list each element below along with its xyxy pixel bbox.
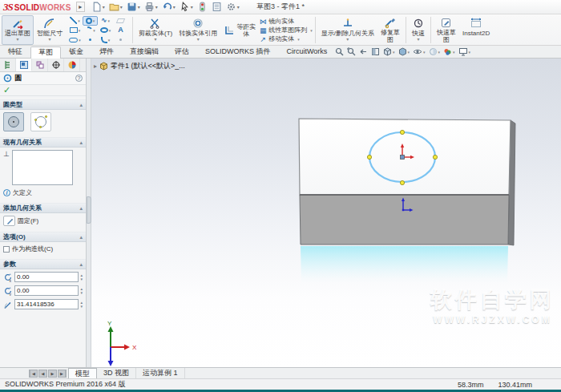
tab-circuitworks[interactable]: CircuitWorks xyxy=(279,46,336,58)
last-tab-button[interactable]: ▶ xyxy=(58,370,67,378)
view-orientation-button[interactable]: ▾ xyxy=(383,47,395,56)
fix-relation-button[interactable]: 固定(F) xyxy=(3,216,83,226)
relations-listbox[interactable] xyxy=(12,150,73,185)
center-circle-button[interactable] xyxy=(3,112,24,131)
offset-entities-button[interactable]: 等距实体 xyxy=(220,15,259,45)
propertymanager-tab[interactable] xyxy=(16,59,32,71)
convert-entities-button[interactable]: 转换实体引用 ▾ xyxy=(176,15,220,45)
rectangle-tool[interactable]: ▾ xyxy=(67,26,83,35)
tab-direct-editing[interactable]: 直接编辑 xyxy=(122,46,167,58)
plane-tool[interactable] xyxy=(113,16,128,26)
spline-icon: ∿ xyxy=(101,17,107,24)
instant2d-button[interactable]: Instant2D xyxy=(459,15,493,45)
center-x-spinner[interactable]: ▴▾ xyxy=(80,273,83,281)
document-tab-bar: ◀ ◀ ▶ ▶ 模型 3D 视图 运动算例 1 xyxy=(0,367,561,378)
line-icon xyxy=(70,17,77,24)
print-button[interactable]: ▾ xyxy=(143,1,159,14)
center-x-input[interactable] xyxy=(14,272,79,282)
ok-button[interactable]: ✓ xyxy=(3,86,10,95)
configuration-manager-tab[interactable] xyxy=(32,59,48,71)
options-button[interactable]: ▾ xyxy=(224,1,241,14)
more-sketch-tool[interactable] xyxy=(113,35,128,45)
open-document-button[interactable]: ▾ xyxy=(107,1,124,14)
collapse-chevron-icon: ▴ xyxy=(79,102,83,108)
ellipse-icon xyxy=(100,27,108,33)
tab-weldments[interactable]: 焊件 xyxy=(91,46,122,58)
quick-snaps-button[interactable]: 快速 ▾ xyxy=(409,15,428,45)
svg-text:x: x xyxy=(10,277,12,282)
fillet-tool[interactable]: ▾ xyxy=(98,35,113,45)
center-y-input[interactable] xyxy=(14,285,79,296)
hide-show-items-button[interactable]: ▾ xyxy=(413,47,426,56)
prev-tab-button[interactable]: ◀ xyxy=(38,370,47,378)
section-parameters[interactable]: 参数 ▴ xyxy=(0,259,86,269)
text-tool[interactable]: A xyxy=(113,26,128,35)
flyout-feature-tree[interactable]: ▸ 零件1 (默认<<默认>_... xyxy=(94,61,185,71)
point-tool[interactable] xyxy=(83,35,98,45)
circle-tool[interactable]: ▾ xyxy=(83,16,98,26)
box-front-face[interactable] xyxy=(300,195,509,244)
first-tab-button[interactable]: ◀ xyxy=(29,370,38,378)
help-icon[interactable]: ? xyxy=(75,75,83,82)
menu-flyout-arrow[interactable]: ▸ xyxy=(76,2,85,12)
file-properties-button[interactable] xyxy=(210,1,224,14)
spline-tool[interactable]: ∿▾ xyxy=(98,16,113,26)
next-tab-button[interactable]: ▶ xyxy=(48,370,57,378)
repair-sketch-button[interactable]: 修复草图 xyxy=(377,15,403,45)
save-button[interactable]: ▾ xyxy=(125,1,142,14)
exit-sketch-button[interactable]: 退出草图 ▾ xyxy=(2,15,34,45)
section-view-button[interactable] xyxy=(371,47,380,56)
section-existing-relations[interactable]: 现有几何关系 ▴ xyxy=(0,137,86,148)
undo-button[interactable]: ▾ xyxy=(160,1,177,14)
sketch-pattern-group: ⋈ 镜向实体 ▦ 线性草图阵列 ▾ ↗ 移动实体 ▾ xyxy=(259,15,313,45)
center-y-spinner[interactable]: ▴▾ xyxy=(80,287,83,295)
motion-study-tab[interactable]: 运动算例 1 xyxy=(136,368,185,378)
perimeter-circle-button[interactable] xyxy=(30,112,51,131)
slot-tool[interactable]: ▾ xyxy=(67,35,83,45)
section-options[interactable]: 选项(O) ▴ xyxy=(0,232,86,242)
tab-solidworks-addins[interactable]: SOLIDWORKS 插件 xyxy=(197,46,279,58)
smart-dimension-button[interactable]: 智能尺寸 ▾ xyxy=(34,15,66,45)
plane-icon xyxy=(116,18,125,23)
tab-evaluate[interactable]: 评估 xyxy=(167,46,197,58)
tab-sheet-metal[interactable]: 钣金 xyxy=(61,46,91,58)
display-manager-tab[interactable] xyxy=(64,59,80,71)
rapid-sketch-button[interactable]: 快速草图 xyxy=(434,15,459,45)
tab-sketch[interactable]: 草图 xyxy=(30,46,61,59)
3d-views-tab[interactable]: 3D 视图 xyxy=(97,368,136,378)
linear-sketch-pattern-button[interactable]: ▦ 线性草图阵列 ▾ xyxy=(259,26,313,34)
rebuild-button[interactable] xyxy=(196,1,209,14)
previous-view-button[interactable] xyxy=(359,47,368,56)
section-circle-type[interactable]: 圆类型 ▴ xyxy=(0,99,86,110)
section-add-relations[interactable]: 添加几何关系 ▴ xyxy=(0,203,86,213)
linear-pattern-icon: ▦ xyxy=(259,26,267,34)
featuremanager-tree-tab[interactable] xyxy=(0,59,16,71)
display-style-button[interactable]: ▾ xyxy=(398,47,410,56)
move-entities-button[interactable]: ↗ 移动实体 ▾ xyxy=(259,35,313,43)
trim-entities-button[interactable]: 剪裁实体(T) ▾ xyxy=(135,15,176,45)
radius-row: ▴▾ xyxy=(3,299,83,309)
zoom-to-fit-button[interactable] xyxy=(335,47,344,56)
view-settings-button[interactable]: ▾ xyxy=(458,47,471,56)
zoom-to-area-button[interactable] xyxy=(347,47,356,56)
radius-input[interactable] xyxy=(14,299,79,309)
model-tab[interactable]: 模型 xyxy=(68,368,97,378)
select-button[interactable]: ▾ xyxy=(178,1,195,14)
select-cursor-icon xyxy=(180,2,190,12)
arc-tool[interactable]: ▾ xyxy=(83,26,98,35)
fix-icon xyxy=(3,216,15,226)
graphics-viewport[interactable]: X Y ▸ 零件1 (默认<<默认>_... 软件自学网 WWW.RJZXW.C… xyxy=(91,59,561,367)
quick-access-toolbar: ▾ ▾ ▾ ▾ ▾ ▾ ▾ xyxy=(90,1,241,14)
display-delete-relations-button[interactable]: 显示/删除几何关系 ▾ xyxy=(318,15,377,45)
new-document-button[interactable]: ▾ xyxy=(90,1,107,14)
construction-line-checkbox[interactable]: 作为构造线(C) xyxy=(3,244,83,253)
tab-features[interactable]: 特征 xyxy=(0,46,30,58)
line-tool[interactable]: ▾ xyxy=(67,16,83,26)
mirror-entities-button[interactable]: ⋈ 镜向实体 xyxy=(259,18,313,26)
apply-scene-button[interactable]: ▾ xyxy=(443,47,455,56)
ellipse-tool[interactable]: ▾ xyxy=(98,26,113,35)
dimxpert-manager-tab[interactable] xyxy=(48,59,64,71)
radius-spinner[interactable]: ▴▾ xyxy=(80,301,83,309)
ribbon-separator xyxy=(406,17,406,43)
edit-appearance-button[interactable]: ▾ xyxy=(429,47,441,56)
